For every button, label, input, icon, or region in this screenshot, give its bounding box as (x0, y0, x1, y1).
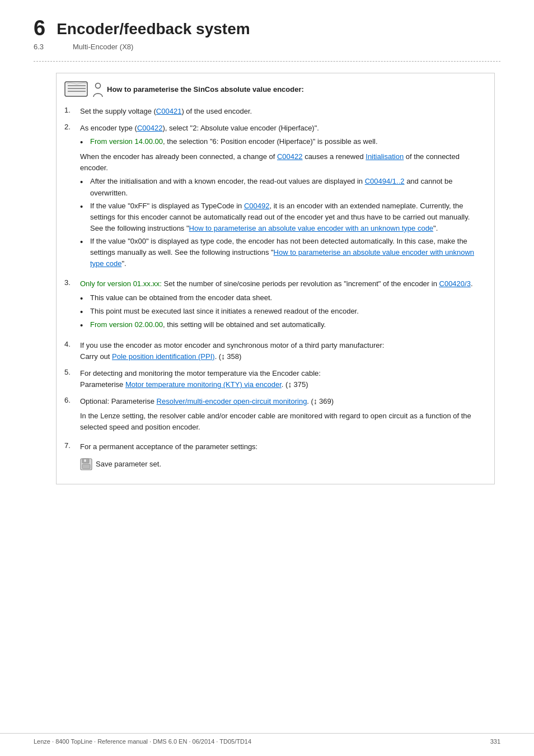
step-2-sub-bullet-2: • If the value "0xFF" is displayed as Ty… (80, 200, 484, 234)
step-2-bullet-1-text: From version 14.00.00, the selection "6:… (90, 136, 378, 147)
step-2-bullet-1: • From version 14.00.00, the selection "… (80, 136, 484, 148)
step-2-content: As encoder type (C00422), select "2: Abs… (80, 123, 484, 273)
step-2-sub-bullet-1-text: After the initialisation and with a know… (90, 176, 484, 198)
step-5-num: 5. (64, 368, 80, 376)
step-4: 4. If you use the encoder as motor encod… (64, 340, 484, 362)
instruction-box: How to parameterise the SinCos absolute … (56, 73, 495, 484)
save-row: Save parameter set. (80, 458, 484, 470)
step-list: 1. Set the supply voltage (C00421) of th… (64, 106, 484, 470)
step-4-content: If you use the encoder as motor encoder … (80, 340, 484, 362)
sub-title: Multi-Encoder (X8) (73, 43, 133, 51)
step-3-content: Only for version 01.xx.xx: Set the numbe… (80, 278, 484, 334)
step-3-bullet-2-text: This point must be executed last since i… (90, 306, 359, 317)
step-3-num: 3. (64, 278, 80, 287)
step-7: 7. For a permanent acceptance of the par… (64, 441, 484, 470)
link-c00421[interactable]: C00421 (156, 107, 182, 115)
step-3: 3. Only for version 01.xx.xx: Set the nu… (64, 278, 484, 334)
only-for-version-text: Only for version 01.xx.xx: (80, 279, 162, 288)
svg-point-4 (96, 83, 101, 88)
person-icon (92, 82, 104, 97)
footer-right: 331 (490, 738, 500, 745)
link-unknown-type-2[interactable]: How to parameterise an absolute value en… (90, 248, 474, 268)
link-c00422-b[interactable]: C00422 (277, 152, 303, 161)
keyboard-icon (64, 81, 89, 98)
step-6: 6. Optional: Parameterise Resolver/multi… (64, 396, 484, 435)
instruction-header: How to parameterise the SinCos absolute … (64, 81, 484, 98)
link-c00420-3[interactable]: C00420/3 (439, 279, 471, 288)
sub-header: 6.3 Multi-Encoder (X8) (34, 43, 500, 51)
step-1: 1. Set the supply voltage (C00421) of th… (64, 106, 484, 117)
bullet-dot: • (80, 236, 88, 248)
link-ppi[interactable]: Pole position identification (PPI) (112, 352, 215, 361)
section-divider (34, 61, 500, 62)
step-1-num: 1. (64, 106, 80, 114)
step-2-bullets: • From version 14.00.00, the selection "… (80, 136, 484, 148)
link-initialisation[interactable]: Initialisation (366, 152, 404, 161)
step-2-sub-bullet-3: • If the value "0x00" is displayed as ty… (80, 236, 484, 269)
step-3-bullet-1-text: This value can be obtained from the enco… (90, 292, 272, 304)
step-3-bullets: • This value can be obtained from the en… (80, 292, 484, 331)
step-6-paragraph: In the Lenze setting, the resolver cable… (80, 410, 484, 433)
version-text-1: From version 14.00.00 (90, 137, 163, 146)
step-3-bullet-3-text: From version 02.00.00, this setting will… (90, 319, 326, 330)
step-7-content: For a permanent acceptance of the parame… (80, 441, 484, 470)
link-c00422-a[interactable]: C00422 (137, 124, 163, 132)
page-footer: Lenze · 8400 TopLine · Reference manual … (0, 733, 534, 745)
version-02-text: From version 02.00.00 (90, 320, 163, 329)
chapter-number: 6 (34, 17, 45, 40)
step-2-sub-bullet-2-text: If the value "0xFF" is displayed as Type… (90, 200, 484, 234)
bullet-dot: • (80, 319, 88, 331)
svg-rect-8 (84, 459, 86, 462)
step-3-bullet-2: • This point must be executed last since… (80, 306, 484, 318)
link-c00494[interactable]: C00494/1..2 (365, 177, 405, 185)
footer-left: Lenze · 8400 TopLine · Reference manual … (34, 738, 251, 745)
save-label: Save parameter set. (96, 459, 161, 470)
step-1-content: Set the supply voltage (C00421) of the u… (80, 106, 484, 117)
sub-number: 6.3 (34, 43, 56, 51)
save-icon (80, 458, 92, 470)
bullet-dot: • (80, 200, 88, 212)
bullet-dot: • (80, 176, 88, 188)
step-3-bullet-1: • This value can be obtained from the en… (80, 292, 484, 304)
link-c00492-a[interactable]: C00492 (244, 202, 270, 210)
link-kty[interactable]: Motor temperature monitoring (KTY) via e… (125, 380, 282, 389)
instruction-title: How to parameterise the SinCos absolute … (107, 85, 304, 94)
bullet-dot: • (80, 292, 88, 304)
instruction-icons (64, 81, 107, 98)
step-5-content: For detecting and monitoring the motor t… (80, 368, 484, 390)
chapter-title: Encoder/feedback system (57, 17, 250, 38)
bullet-dot: • (80, 306, 88, 318)
step-2: 2. As encoder type (C00422), select "2: … (64, 123, 484, 273)
page-header: 6 Encoder/feedback system (34, 17, 500, 40)
step-2-sub-bullet-3-text: If the value "0x00" is displayed as type… (90, 236, 484, 269)
step-4-num: 4. (64, 340, 80, 348)
bullet-dot: • (80, 136, 88, 148)
step-2-sub-bullets: • After the initialisation and with a kn… (80, 176, 484, 269)
step-2-paragraph: When the encoder has already been connec… (80, 151, 484, 174)
step-6-content: Optional: Parameterise Resolver/multi-en… (80, 396, 484, 435)
step-7-num: 7. (64, 441, 80, 450)
step-2-sub-bullet-1: • After the initialisation and with a kn… (80, 176, 484, 198)
link-resolver-monitoring[interactable]: Resolver/multi-encoder open-circuit moni… (157, 397, 307, 405)
step-2-num: 2. (64, 123, 80, 131)
svg-rect-7 (82, 464, 90, 469)
step-6-num: 6. (64, 396, 80, 404)
step-3-bullet-3: • From version 02.00.00, this setting wi… (80, 319, 484, 331)
link-unknown-type-1[interactable]: How to parameterise an absolute value en… (189, 224, 434, 232)
step-5: 5. For detecting and monitoring the moto… (64, 368, 484, 390)
